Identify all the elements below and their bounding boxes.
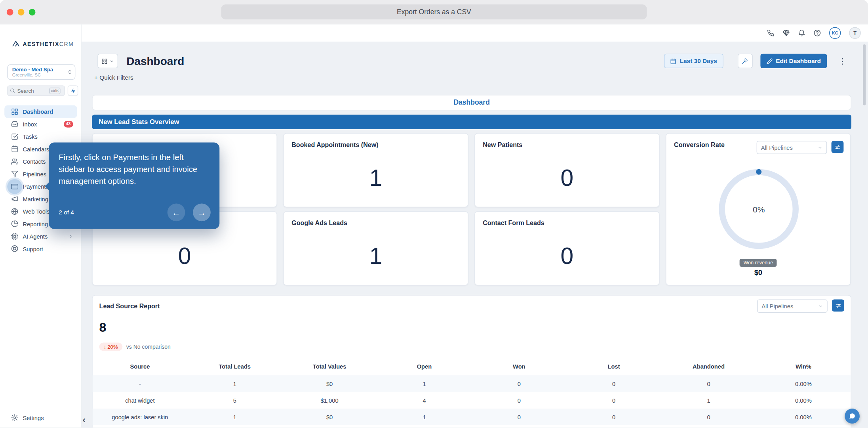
rewards-button[interactable] [782, 29, 790, 36]
screenshot-stage: Export Orders as a CSV AESTHETIXCRM Demo… [0, 0, 868, 428]
dashboard-layout-button[interactable] [97, 54, 118, 68]
window-title: Export Orders as a CSV [221, 4, 647, 19]
header-actions: Last 30 Days Edit Dashboard ⋮ [664, 54, 846, 68]
select-arrows-icon [67, 69, 72, 75]
quick-actions-button[interactable] [68, 85, 78, 96]
table-row: google ads: laser skin 1 $0 1 0 0 0 0.00… [93, 409, 851, 425]
panel-title: Lead Source Report [99, 303, 160, 310]
table-header-row: Source Total Leads Total Values Open Won… [93, 357, 851, 375]
lead-total: 8 [99, 320, 107, 335]
section-banner: New Lead Stats Overview [92, 115, 851, 129]
page-header: Dashboard Last 30 Days Edit Dashboard ⋮ [97, 54, 846, 68]
sidebar-item-tasks[interactable]: Tasks [4, 130, 77, 143]
page-title: Dashboard [126, 55, 184, 67]
search-box[interactable]: ctrlK [7, 85, 65, 96]
stat-card-booked-appointments: Booked Appointments (New) 1 [283, 133, 468, 207]
app-window: Export Orders as a CSV AESTHETIXCRM Demo… [0, 0, 868, 428]
window-zoom-button[interactable] [29, 9, 36, 15]
conversion-donut-chart: 0% [719, 169, 799, 249]
calendar-icon [670, 58, 676, 64]
chevron-right-icon [68, 234, 73, 239]
gear-icon [11, 414, 18, 421]
delta-note: vs No comparison [126, 344, 171, 350]
pencil-icon [766, 58, 772, 64]
coachmark-back-button[interactable]: ← [168, 203, 185, 221]
inbox-count-badge: 43 [63, 121, 73, 128]
conversion-rate-card: Conversion Rate All Pipelines 0% [666, 133, 851, 286]
stat-card-title: New Patients [483, 141, 522, 148]
window-titlebar: Export Orders as a CSV [0, 0, 868, 25]
conversion-card-title: Conversion Rate [674, 141, 725, 148]
app-logo: AESTHETIXCRM [12, 40, 74, 48]
sidebar-item-inbox[interactable]: Inbox 43 [4, 118, 77, 130]
help-button[interactable] [814, 29, 821, 36]
window-minimize-button[interactable] [18, 9, 25, 15]
stat-card-new-patients: New Patients 0 [474, 133, 659, 207]
notifications-button[interactable] [798, 29, 805, 36]
logo-icon [12, 40, 20, 48]
pipelines-filter-select[interactable]: All Pipelines [757, 141, 827, 154]
account-switcher[interactable]: Demo - Med Spa Greenville, SC [7, 64, 75, 80]
chart-settings-button[interactable] [832, 141, 844, 153]
delta-badge: ↓20% [99, 343, 122, 351]
stat-card-value: 1 [284, 165, 468, 191]
chat-launcher-button[interactable] [845, 409, 860, 424]
window-close-button[interactable] [7, 9, 13, 15]
won-revenue-tooltip: Won revenue [740, 259, 777, 267]
stat-card-value: 1 [284, 243, 468, 269]
ai-wand-button[interactable] [738, 54, 753, 68]
calendar-icon [11, 145, 18, 153]
topbar: KC T [82, 25, 868, 42]
megaphone-icon [11, 195, 18, 203]
chart-settings-button[interactable] [832, 299, 844, 311]
sidebar-item-ai-agents[interactable]: AI Agents [4, 230, 77, 243]
more-options-button[interactable]: ⋮ [839, 57, 847, 65]
stat-card-value: 0 [475, 165, 659, 191]
bell-icon [798, 29, 805, 36]
chevron-down-icon [109, 59, 114, 64]
coachmark-text: Firstly, click on Payments in the left s… [59, 152, 209, 187]
coachmark-pulse-highlight [7, 179, 22, 194]
gem-icon [782, 29, 790, 36]
dashboard-icon [11, 108, 18, 115]
coachmark-next-button[interactable]: → [193, 203, 211, 221]
sliders-icon [835, 302, 841, 308]
tasks-icon [11, 133, 18, 140]
sidebar-item-support[interactable]: Support [4, 243, 77, 255]
pie-chart-icon [11, 220, 18, 227]
help-icon [814, 29, 821, 36]
arrow-down-icon: ↓ [104, 344, 107, 350]
logo-text: AESTHETIX [23, 41, 59, 47]
stat-card-title: Google Ads Leads [291, 220, 347, 226]
main-content: Dashboard Last 30 Days Edit Dashboard ⋮ [82, 42, 868, 428]
phone-button[interactable] [767, 29, 774, 36]
table-row: chat widget 5 $1,000 4 0 0 1 0.00% [93, 392, 851, 409]
dashboard-tabs: Dashboard [92, 95, 851, 110]
search-input[interactable] [17, 88, 47, 94]
edit-dashboard-button[interactable]: Edit Dashboard [760, 54, 827, 68]
account-location: Greenville, SC [12, 73, 66, 78]
quick-filters-button[interactable]: + Quick Filters [94, 74, 133, 81]
vertical-scrollbar[interactable] [863, 44, 866, 105]
sidebar-item-settings[interactable]: Settings [11, 414, 44, 421]
sidebar-collapse-button[interactable]: ‹ [83, 415, 86, 425]
chevron-down-icon [818, 145, 823, 150]
date-range-button[interactable]: Last 30 Days [664, 54, 723, 68]
account-name: Demo - Med Spa [12, 67, 66, 73]
stat-card-title: Contact Form Leads [483, 220, 544, 226]
avatar-kc[interactable]: KC [829, 27, 841, 39]
conversion-percent: 0% [719, 169, 799, 249]
tab-dashboard[interactable]: Dashboard [453, 99, 489, 107]
chevron-down-icon [818, 304, 823, 309]
pipelines-filter-select[interactable]: All Pipelines [757, 299, 828, 313]
stat-card-value: 0 [475, 243, 659, 269]
coachmark-tooltip: Firstly, click on Payments in the left s… [49, 143, 219, 229]
sidebar-item-dashboard[interactable]: Dashboard [4, 105, 77, 118]
chat-bubble-icon [849, 413, 856, 420]
grid-icon [101, 58, 107, 64]
lightning-icon [70, 88, 76, 94]
table-row: - 1 $0 1 0 0 0 0.00% [93, 375, 851, 392]
avatar-user[interactable]: T [849, 27, 860, 39]
inbox-icon [11, 120, 18, 128]
logo-suffix: CRM [59, 41, 74, 47]
